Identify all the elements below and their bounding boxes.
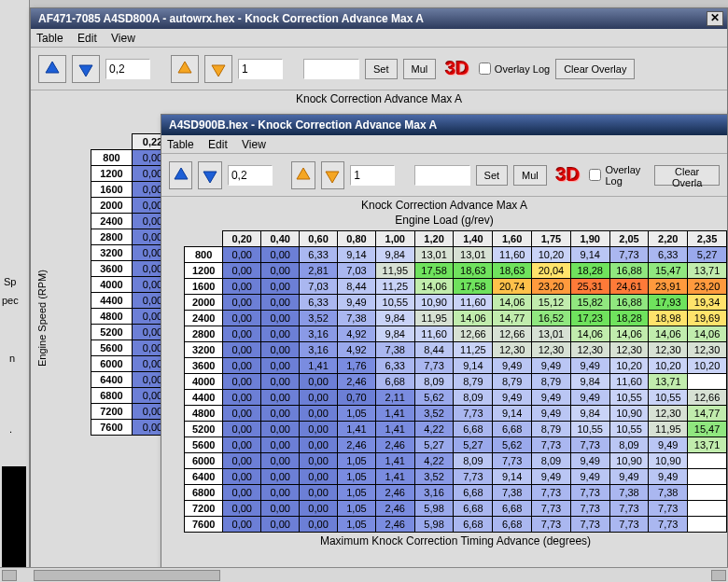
cell[interactable]: 13,71 xyxy=(688,263,727,279)
cell[interactable]: 11,60 xyxy=(454,295,493,311)
cell[interactable]: 8,79 xyxy=(454,374,493,390)
cell[interactable]: 10,55 xyxy=(609,422,649,437)
cell[interactable]: 15,47 xyxy=(688,422,727,437)
cell[interactable] xyxy=(688,453,727,469)
cell[interactable]: 19,69 xyxy=(688,311,727,326)
cell[interactable]: 1,41 xyxy=(375,469,414,485)
cell[interactable]: 2,46 xyxy=(375,501,414,517)
cell[interactable]: 11,95 xyxy=(649,422,688,437)
value-input[interactable] xyxy=(414,165,470,186)
scroll-left-arrow[interactable] xyxy=(2,570,17,581)
col-header[interactable]: 1,00 xyxy=(375,231,414,247)
cell[interactable]: 2,46 xyxy=(338,437,376,453)
cell[interactable]: 25,31 xyxy=(570,279,609,295)
row-header[interactable]: 1600 xyxy=(91,182,133,198)
row-header[interactable]: 6400 xyxy=(91,372,133,388)
cell[interactable]: 11,60 xyxy=(493,247,532,263)
cell[interactable]: 9,84 xyxy=(375,247,414,263)
cell[interactable]: 9,14 xyxy=(493,406,532,422)
cell[interactable]: 10,90 xyxy=(609,453,649,469)
cell[interactable]: 0,00 xyxy=(261,501,300,517)
row-header[interactable]: 2400 xyxy=(185,311,223,326)
cell[interactable]: 2,46 xyxy=(375,437,414,453)
cell[interactable]: 8,79 xyxy=(493,374,532,390)
cell[interactable]: 6,33 xyxy=(375,358,414,374)
cell[interactable]: 1,41 xyxy=(338,422,376,437)
cell[interactable]: 13,01 xyxy=(532,326,571,342)
cell[interactable]: 1,05 xyxy=(338,517,376,533)
cell[interactable]: 7,73 xyxy=(649,517,688,533)
cell[interactable]: 0,00 xyxy=(261,406,300,422)
cell[interactable]: 10,90 xyxy=(649,453,688,469)
row-header[interactable]: 5200 xyxy=(91,325,133,340)
col-header[interactable]: 2,35 xyxy=(688,231,727,247)
cell[interactable]: 5,27 xyxy=(454,437,493,453)
cell[interactable]: 6,68 xyxy=(493,501,532,517)
cell[interactable]: 0,00 xyxy=(223,406,261,422)
cell[interactable]: 0,00 xyxy=(300,437,338,453)
cell[interactable]: 23,91 xyxy=(649,279,688,295)
col-header[interactable]: 1,40 xyxy=(454,231,493,247)
cell[interactable]: 10,55 xyxy=(649,390,688,406)
cell[interactable]: 0,00 xyxy=(223,342,261,358)
cell[interactable]: 0,00 xyxy=(223,326,261,342)
step2-input[interactable] xyxy=(238,59,283,79)
cell[interactable]: 18,28 xyxy=(570,263,609,279)
cell[interactable]: 9,49 xyxy=(338,295,376,311)
cell[interactable]: 5,98 xyxy=(414,517,454,533)
cell[interactable]: 0,00 xyxy=(223,247,261,263)
cell[interactable]: 23,20 xyxy=(688,279,727,295)
cell[interactable]: 1,41 xyxy=(375,453,414,469)
cell[interactable]: 7,73 xyxy=(570,517,609,533)
row-header[interactable]: 3200 xyxy=(185,342,223,358)
row-header[interactable]: 1600 xyxy=(185,279,223,295)
cell[interactable]: 0,00 xyxy=(261,437,300,453)
cell[interactable]: 11,25 xyxy=(375,279,414,295)
cell[interactable]: 11,60 xyxy=(609,374,649,390)
cell[interactable]: 7,38 xyxy=(609,485,649,501)
cell[interactable]: 17,23 xyxy=(570,311,609,326)
cell[interactable]: 12,30 xyxy=(649,342,688,358)
cell[interactable]: 8,79 xyxy=(532,422,571,437)
scroll-right-arrow[interactable] xyxy=(711,570,726,581)
cell[interactable]: 9,14 xyxy=(338,247,376,263)
cell[interactable]: 7,03 xyxy=(338,263,376,279)
cell[interactable]: 1,05 xyxy=(338,485,376,501)
menu-table[interactable]: Table xyxy=(36,32,63,45)
cell[interactable]: 4,22 xyxy=(414,453,454,469)
cell[interactable]: 5,62 xyxy=(414,390,454,406)
cell[interactable]: 2,46 xyxy=(375,485,414,501)
cell[interactable]: 15,47 xyxy=(649,263,688,279)
cell[interactable]: 19,34 xyxy=(688,295,727,311)
cell[interactable]: 12,30 xyxy=(570,342,609,358)
cell[interactable]: 12,30 xyxy=(493,342,532,358)
cell[interactable]: 12,30 xyxy=(649,406,688,422)
cell[interactable]: 0,00 xyxy=(261,247,300,263)
value-input[interactable] xyxy=(303,59,359,79)
cell[interactable]: 10,55 xyxy=(375,295,414,311)
cell[interactable]: 6,68 xyxy=(454,501,493,517)
col-header[interactable]: 1,75 xyxy=(532,231,571,247)
menu-view[interactable]: View xyxy=(242,138,266,151)
row-header[interactable]: 800 xyxy=(91,150,133,166)
decrement-button[interactable] xyxy=(72,55,100,83)
menu-view[interactable]: View xyxy=(111,32,135,45)
row-header[interactable]: 4800 xyxy=(185,406,223,422)
cell[interactable]: 0,00 xyxy=(223,469,261,485)
cell[interactable]: 1,05 xyxy=(338,453,376,469)
cell[interactable]: 14,06 xyxy=(609,326,649,342)
row-header[interactable]: 4800 xyxy=(91,309,133,325)
cell[interactable]: 14,77 xyxy=(688,406,727,422)
cell[interactable]: 23,20 xyxy=(532,279,571,295)
cell[interactable]: 6,33 xyxy=(300,295,338,311)
cell[interactable]: 14,77 xyxy=(493,311,532,326)
3d-button[interactable]: 3D xyxy=(553,164,584,186)
cell[interactable]: 1,76 xyxy=(338,358,376,374)
row-header[interactable]: 5200 xyxy=(185,422,223,437)
cell[interactable]: 9,14 xyxy=(570,247,609,263)
cell[interactable]: 7,73 xyxy=(454,469,493,485)
cell[interactable]: 18,28 xyxy=(609,311,649,326)
cell[interactable]: 1,41 xyxy=(300,358,338,374)
cell[interactable]: 9,49 xyxy=(649,437,688,453)
cell[interactable]: 0,00 xyxy=(223,485,261,501)
